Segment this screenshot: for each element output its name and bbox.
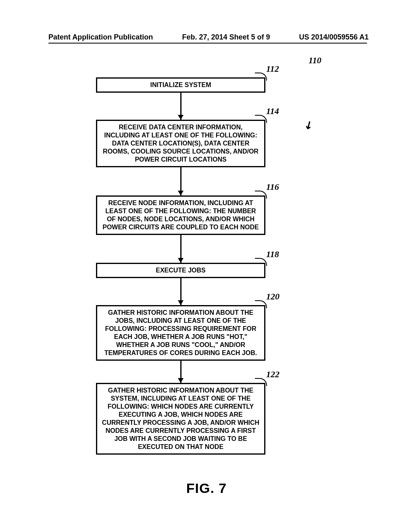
flow-box-118: EXECUTE JOBS	[96, 263, 265, 278]
flow-box-112: INITIALIZE SYSTEM	[96, 77, 265, 93]
ref-116: 116	[266, 182, 279, 192]
lead-line-116	[255, 191, 267, 199]
lead-line-120	[255, 300, 267, 308]
flow-box-122: GATHER HISTORIC INFORMATION ABOUT THE SY…	[96, 383, 265, 455]
ref-110-arrow-icon: ↙	[302, 118, 316, 133]
ref-118: 118	[266, 249, 279, 260]
ref-114: 114	[266, 106, 279, 116]
lead-line-114	[255, 115, 267, 123]
flowchart: 110 ↙ INITIALIZE SYSTEM 112 RECEIVE DATA…	[0, 56, 413, 470]
patent-page: Patent Application Publication Feb. 27, …	[0, 0, 413, 532]
figure-caption: FIG. 7	[0, 480, 413, 496]
ref-122: 122	[266, 369, 280, 380]
ref-112: 112	[266, 64, 279, 74]
arrow-120-122	[180, 361, 181, 383]
header-left: Patent Application Publication	[48, 33, 153, 42]
lead-line-122	[255, 378, 267, 386]
arrow-114-116	[180, 167, 181, 195]
header-rule	[48, 43, 367, 44]
header-right: US 2014/0059556 A1	[299, 33, 369, 42]
flow-box-120: GATHER HISTORIC INFORMATION ABOUT THE JO…	[96, 305, 265, 361]
ref-120: 120	[266, 291, 280, 302]
header-center: Feb. 27, 2014 Sheet 5 of 9	[182, 33, 270, 42]
flow-box-116: RECEIVE NODE INFORMATION, INCLUDING AT L…	[96, 195, 265, 235]
page-header: Patent Application Publication Feb. 27, …	[0, 33, 413, 42]
lead-line-118	[255, 258, 267, 266]
arrow-118-120	[180, 277, 181, 305]
lead-line-112	[255, 73, 267, 81]
arrow-116-118	[180, 235, 181, 263]
arrow-112-114	[180, 91, 181, 120]
flow-box-114: RECEIVE DATA CENTER INFORMATION, INCLUDI…	[96, 120, 265, 167]
ref-110: 110	[309, 55, 321, 66]
